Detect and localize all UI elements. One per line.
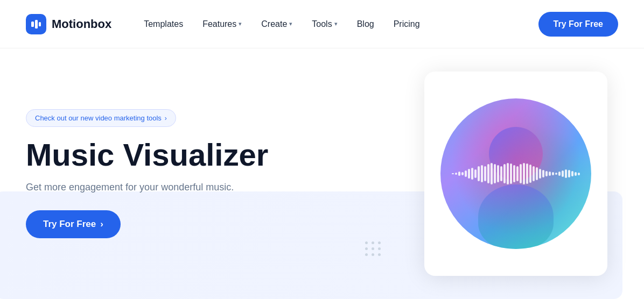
dot-2	[372, 241, 374, 244]
wave-bar	[507, 163, 509, 184]
logo-text: Motionbox	[52, 17, 111, 31]
wave-bar	[468, 169, 470, 179]
wave-bar	[523, 163, 525, 184]
logo[interactable]: Motionbox	[26, 14, 111, 34]
announcement-text: Check out our new video marketing tools	[35, 114, 162, 122]
wave-bar	[552, 172, 554, 175]
features-chevron-icon: ▾	[239, 20, 242, 27]
wave-bar	[562, 170, 564, 177]
waveform-overlay	[440, 163, 591, 184]
nav-pricing[interactable]: Pricing	[394, 19, 420, 29]
wave-bar	[510, 163, 512, 184]
wave-bar	[529, 165, 531, 183]
wave-bar	[549, 172, 551, 176]
wave-bar	[465, 170, 467, 177]
wave-bar	[513, 165, 515, 182]
wave-bar	[526, 163, 528, 184]
wave-bar	[452, 173, 454, 174]
hero-section: Check out our new video marketing tools …	[0, 48, 644, 299]
wave-bar	[558, 172, 561, 176]
create-chevron-icon: ▾	[289, 20, 292, 27]
svg-rect-2	[39, 22, 41, 26]
wave-bar	[545, 171, 548, 176]
wave-bar	[516, 166, 519, 181]
svg-rect-1	[35, 20, 38, 29]
navbar: Motionbox Templates Features ▾ Create ▾ …	[0, 0, 644, 48]
wave-bar	[458, 172, 460, 176]
hero-subtitle: Get more engagement for your wonderful m…	[26, 182, 381, 193]
dot-5	[372, 247, 374, 250]
wave-bar	[568, 170, 570, 177]
nav-blog[interactable]: Blog	[357, 19, 374, 29]
nav-features[interactable]: Features ▾	[202, 19, 242, 29]
announcement-pill[interactable]: Check out our new video marketing tools …	[26, 109, 176, 127]
nav-tools[interactable]: Tools ▾	[312, 19, 337, 29]
nav-links: Templates Features ▾ Create ▾ Tools ▾ Bl…	[144, 19, 538, 29]
tools-chevron-icon: ▾	[334, 20, 338, 27]
dot-4	[365, 247, 368, 250]
wave-bar	[455, 173, 457, 175]
circle-visual	[440, 98, 591, 249]
wave-bar	[565, 169, 567, 178]
wave-bar	[497, 165, 499, 182]
announcement-arrow-icon: ›	[165, 115, 167, 122]
hero-right	[414, 48, 618, 299]
wave-bar	[536, 167, 538, 180]
visual-card	[424, 72, 607, 276]
wave-bar	[481, 165, 483, 182]
wave-bar	[578, 173, 580, 175]
dot-7	[365, 253, 368, 256]
hero-cta-label: Try For Free	[43, 219, 96, 230]
wave-bar	[484, 166, 486, 181]
dot-3	[378, 241, 381, 244]
nav-create[interactable]: Create ▾	[261, 19, 292, 29]
wave-bar	[494, 164, 496, 183]
wave-bar	[571, 171, 573, 176]
wave-bar	[555, 173, 557, 175]
nav-templates[interactable]: Templates	[144, 19, 183, 29]
hero-cta-arrow-icon: ›	[100, 219, 103, 230]
wave-bar	[520, 164, 522, 183]
dots-decoration	[365, 241, 381, 256]
wave-bar	[461, 172, 464, 175]
body-shape	[478, 184, 554, 249]
wave-bar	[500, 166, 502, 181]
wave-bar	[471, 168, 473, 180]
wave-bar	[474, 169, 477, 178]
wave-bar	[487, 164, 489, 183]
hero-left: Check out our new video marketing tools …	[26, 48, 414, 299]
dot-8	[372, 253, 374, 256]
hero-title: Music Visualizer	[26, 138, 381, 172]
dot-9	[378, 253, 381, 256]
svg-rect-0	[31, 22, 34, 27]
wave-bar	[503, 164, 506, 183]
wave-bar	[491, 163, 493, 184]
logo-icon	[26, 14, 46, 34]
wave-bar	[539, 169, 541, 179]
dot-6	[378, 247, 381, 250]
wave-bar	[533, 166, 535, 181]
wave-bar	[575, 172, 577, 176]
wave-bar	[478, 166, 480, 181]
nav-cta-button[interactable]: Try For Free	[538, 12, 618, 37]
dot-1	[365, 241, 368, 244]
wave-bar	[542, 170, 544, 177]
hero-cta-button[interactable]: Try For Free ›	[26, 210, 121, 238]
